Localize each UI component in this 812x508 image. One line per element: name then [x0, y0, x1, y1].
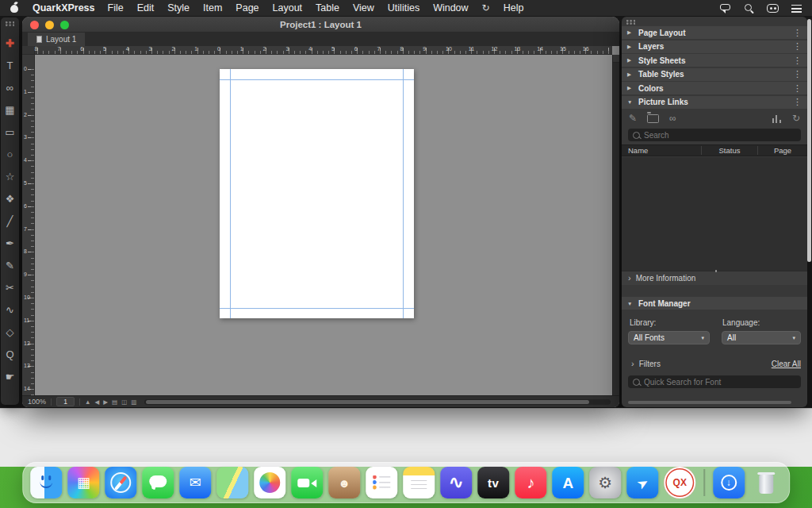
- menu-item-layout[interactable]: Layout: [273, 2, 303, 13]
- page-up-icon[interactable]: ▲: [85, 398, 90, 406]
- palette-header-picture-links[interactable]: ▼Picture Links⋮: [622, 96, 807, 109]
- dock-downloads-icon[interactable]: ↓: [713, 467, 745, 498]
- palette-header-layers[interactable]: ▶Layers⋮: [622, 40, 807, 53]
- picture-links-list[interactable]: [622, 157, 807, 271]
- dock-finder-icon[interactable]: [30, 467, 62, 498]
- dock-mail-icon[interactable]: ✉: [179, 467, 211, 498]
- dock-launchpad-icon[interactable]: ▦: [67, 467, 99, 498]
- picture-links-search[interactable]: [628, 129, 801, 141]
- palette-header-colors[interactable]: ▶Colors⋮: [622, 82, 807, 94]
- palette-header-font-manager[interactable]: ▼ Font Manager: [622, 297, 807, 310]
- line-tool[interactable]: ╱: [1, 210, 19, 232]
- page-number-field[interactable]: 1: [56, 397, 75, 406]
- column-name[interactable]: Name: [622, 146, 701, 155]
- starburst-tool[interactable]: ☆: [1, 165, 19, 187]
- text-content-tool[interactable]: T: [1, 54, 19, 76]
- dock-reminders-icon[interactable]: [366, 467, 397, 498]
- dock-notes-icon[interactable]: [403, 467, 435, 498]
- apple-menu-icon[interactable]: [10, 2, 20, 13]
- minimize-button[interactable]: [45, 21, 54, 29]
- disclosure-icon[interactable]: ›: [631, 360, 634, 368]
- horizontal-ruler[interactable]: 87654321012345678910111213141516: [35, 46, 612, 55]
- window-titlebar[interactable]: Project1 : Layout 1: [22, 17, 619, 33]
- close-button[interactable]: [30, 21, 39, 29]
- menu-item-style[interactable]: Style: [167, 2, 190, 13]
- freehand-line-tool[interactable]: ∿: [1, 298, 19, 321]
- vertical-ruler[interactable]: 01234567891011121314: [22, 55, 35, 395]
- column-status[interactable]: Status: [701, 146, 757, 155]
- shape-tool[interactable]: ◇: [1, 321, 19, 343]
- palette-header-page-layout[interactable]: ▶Page Layout⋮: [622, 26, 807, 39]
- dock-messages-icon[interactable]: [142, 467, 174, 498]
- oval-box-tool[interactable]: ○: [1, 143, 19, 165]
- palette-menu-icon[interactable]: ⋮: [793, 56, 802, 66]
- column-page[interactable]: Page: [757, 146, 807, 155]
- chat-icon[interactable]: [719, 3, 731, 13]
- spread-view-icon[interactable]: ▥: [131, 398, 136, 406]
- dock-contacts-icon[interactable]: ☻: [328, 467, 360, 498]
- dock-blue-app-icon[interactable]: ➤: [626, 467, 658, 498]
- scrollbar-thumb[interactable]: [146, 400, 588, 404]
- menu-item-view[interactable]: View: [353, 2, 374, 13]
- menu-item-help[interactable]: Help: [504, 2, 524, 13]
- scissors-tool[interactable]: ✂: [1, 276, 19, 298]
- margin-guide-left[interactable]: [230, 69, 231, 318]
- menu-item-quarkxpress[interactable]: QuarkXPress: [33, 2, 95, 13]
- fullscreen-button[interactable]: [60, 21, 69, 29]
- palette-menu-icon[interactable]: ⋮: [793, 41, 802, 52]
- menu-item-item[interactable]: Item: [203, 2, 222, 13]
- pen-tool[interactable]: ✒: [1, 232, 19, 254]
- dock-photos-icon[interactable]: [254, 467, 285, 498]
- palette-header-style-sheets[interactable]: ▶Style Sheets⋮: [622, 54, 807, 67]
- palette-drag-handle[interactable]: [6, 21, 14, 27]
- vertical-scrollbar[interactable]: [612, 55, 619, 395]
- picture-links-search-input[interactable]: [644, 131, 796, 140]
- relink-icon[interactable]: ∞: [669, 114, 676, 123]
- palette-menu-icon[interactable]: ⋮: [793, 97, 802, 107]
- page-next-icon[interactable]: ▶: [103, 398, 108, 406]
- dock-music-icon[interactable]: ♪: [515, 467, 546, 498]
- control-center-icon[interactable]: [767, 3, 779, 13]
- more-information-row[interactable]: › More Information: [622, 271, 807, 285]
- filters-label[interactable]: Filters: [639, 360, 661, 368]
- menu-item-edit[interactable]: Edit: [137, 2, 155, 13]
- menu-item-file[interactable]: File: [108, 2, 124, 13]
- thumbnail-view-icon[interactable]: ▤: [112, 398, 117, 406]
- margin-guide-bottom[interactable]: [220, 308, 414, 309]
- script-menu-icon[interactable]: ↻: [482, 2, 490, 13]
- dock-wave-app-icon[interactable]: ∿: [440, 467, 472, 498]
- library-dropdown[interactable]: All Fonts ▾: [628, 331, 710, 344]
- rectangle-box-tool[interactable]: ▭: [1, 121, 19, 143]
- menu-item-page[interactable]: Page: [236, 2, 259, 13]
- font-search-input[interactable]: [644, 378, 796, 387]
- composition-zones-tool[interactable]: ❖: [1, 187, 19, 210]
- palette-drag-handle[interactable]: [626, 20, 635, 25]
- folder-icon[interactable]: [647, 114, 659, 123]
- margin-guide-top[interactable]: [220, 79, 414, 80]
- text-linking-tool[interactable]: ∞: [1, 76, 19, 98]
- columns-icon[interactable]: [772, 114, 782, 123]
- font-search[interactable]: [628, 375, 801, 388]
- item-tool[interactable]: ✚: [1, 32, 19, 54]
- pan-tool[interactable]: ☛: [1, 365, 19, 387]
- panel-scrollbar[interactable]: [807, 19, 811, 262]
- palette-header-table-styles[interactable]: ▶Table Styles⋮: [622, 68, 807, 81]
- dock-app-store-icon[interactable]: A: [552, 467, 584, 498]
- dock-trash-icon[interactable]: [750, 467, 782, 498]
- palette-menu-icon[interactable]: ⋮: [793, 83, 802, 94]
- scrollbar-button[interactable]: [613, 55, 619, 63]
- page-previous-icon[interactable]: ◀: [94, 398, 99, 406]
- panel-horizontal-scrollbar[interactable]: [628, 401, 791, 404]
- menu-item-utilities[interactable]: Utilities: [388, 2, 419, 13]
- pencil-tool[interactable]: ✎: [1, 254, 19, 276]
- palette-menu-icon[interactable]: ⋮: [793, 69, 802, 79]
- dock-safari-icon[interactable]: [105, 467, 136, 498]
- pasteboard[interactable]: [35, 55, 612, 395]
- menu-item-window[interactable]: Window: [433, 2, 468, 13]
- dock-system-settings-icon[interactable]: ⚙: [589, 467, 621, 498]
- refresh-icon[interactable]: ↻: [792, 114, 800, 123]
- dock-maps-icon[interactable]: [216, 467, 248, 498]
- picture-content-tool[interactable]: ▦: [1, 98, 19, 121]
- palette-menu-icon[interactable]: ⋮: [793, 28, 802, 38]
- zoom-tool[interactable]: Q: [1, 343, 19, 365]
